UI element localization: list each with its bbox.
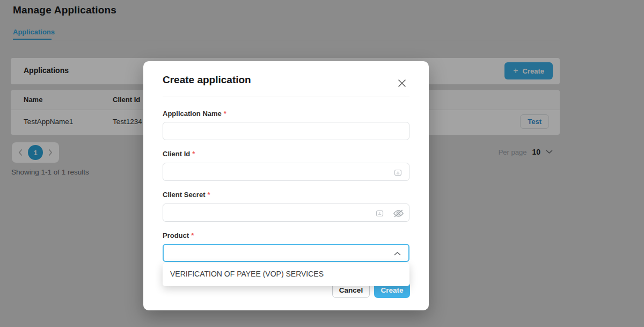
application-name-label: Application Name* <box>163 110 226 118</box>
client-id-label: Client Id* <box>163 150 195 158</box>
product-select[interactable] <box>163 244 409 262</box>
modal-title: Create application <box>163 74 251 86</box>
close-icon[interactable] <box>397 78 407 89</box>
required-asterisk: * <box>192 150 195 158</box>
required-asterisk: * <box>224 110 226 118</box>
generate-icon[interactable] <box>375 209 384 217</box>
dropdown-option-vop-services[interactable]: VERIFICATION OF PAYEE (VOP) SERVICES <box>170 270 324 278</box>
eye-off-icon[interactable] <box>392 208 404 218</box>
product-label: Product* <box>163 231 194 239</box>
client-id-input[interactable] <box>163 163 409 181</box>
client-secret-label: Client Secret* <box>163 191 210 199</box>
screen: Manage Applications Applications Applica… <box>0 0 644 327</box>
client-secret-input[interactable] <box>163 204 409 222</box>
modal-title-divider <box>163 97 409 97</box>
product-dropdown-panel: VERIFICATION OF PAYEE (VOP) SERVICES <box>163 263 409 286</box>
label-text: Client Secret <box>163 191 205 199</box>
generate-icon[interactable] <box>393 168 402 177</box>
label-text: Application Name <box>163 110 222 118</box>
application-name-input[interactable] <box>163 122 409 140</box>
required-asterisk: * <box>207 191 210 199</box>
chevron-up-icon <box>394 251 401 256</box>
required-asterisk: * <box>191 231 194 239</box>
label-text: Client Id <box>163 150 190 158</box>
create-application-modal: Create application Application Name* Cli… <box>143 61 429 310</box>
label-text: Product <box>163 231 189 239</box>
